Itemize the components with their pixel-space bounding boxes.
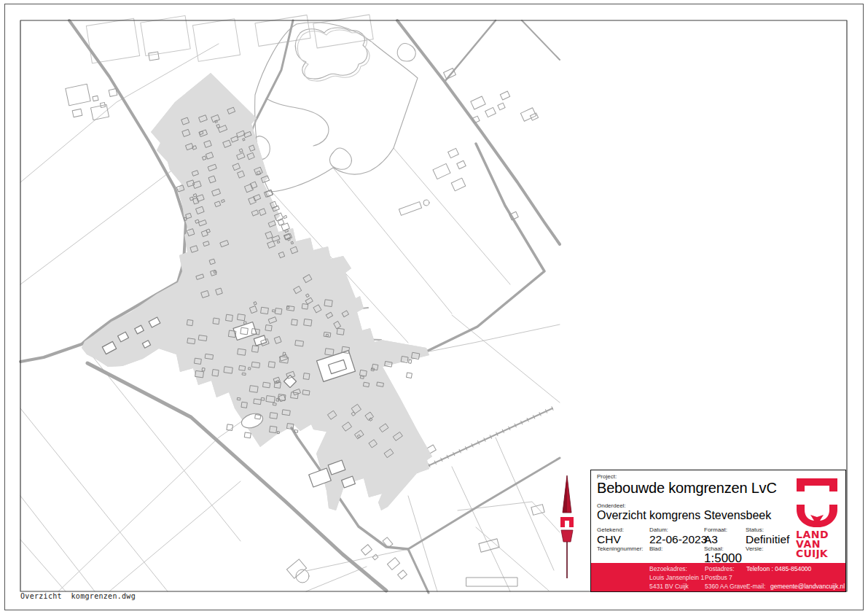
logo-bracket-bottom-icon: [797, 505, 837, 527]
logo-bracket-top-icon: [797, 478, 837, 491]
bezoekadres-label: Bezoekadres:: [649, 565, 687, 572]
formaat-value: A3: [704, 533, 718, 546]
land-van-cuijk-logo: LAND VAN CUIJK: [796, 477, 838, 559]
datum-label: Datum:: [649, 526, 668, 533]
email-value: gemeente@landvancuijk.nl: [770, 583, 845, 590]
blad-label: Blad:: [649, 545, 662, 552]
versie-label: Versie:: [746, 545, 763, 552]
datum-value: 22-06-2023: [649, 533, 707, 546]
pond-area: [251, 23, 418, 192]
tekeningnummer-label: Tekeningnummer:: [597, 545, 644, 552]
hedge-ticks: [416, 407, 553, 473]
postadres-line1: Postbus 7: [705, 574, 732, 581]
drawing-sheet: Project: Bebouwde komgrenzen LvC Onderde…: [0, 0, 868, 614]
title-block: Project: Bebouwde komgrenzen LvC Onderde…: [590, 470, 846, 592]
postadres-label: Postadres:: [705, 565, 735, 572]
formaat-label: Formaat:: [704, 526, 727, 533]
status-label: Status:: [746, 526, 764, 533]
status-value: Definitief: [746, 533, 789, 546]
bezoekadres-line2: 5431 BV Cuijk: [649, 583, 689, 590]
logo-word-cuijk: CUIJK: [796, 548, 829, 559]
kom-boundary: [82, 73, 432, 510]
telefoon-value: Telefoon : 0485-854000: [746, 565, 811, 572]
project-value: Bebouwde komgrenzen LvC: [597, 480, 777, 497]
project-label: Project:: [597, 473, 617, 480]
contact-bar: Bezoekadres: Louis Jansenplein 1 5431 BV…: [591, 563, 845, 591]
getekend-label: Getekend:: [597, 526, 624, 533]
onderdeel-label: Onderdeel:: [597, 502, 626, 509]
north-arrow-icon: [560, 475, 574, 578]
email-label: E-mail:: [746, 583, 765, 590]
bezoekadres-line1: Louis Jansenplein 1: [649, 574, 704, 581]
getekend-value: CHV: [597, 533, 621, 546]
postadres-line2: 5360 AA Grave: [705, 583, 746, 590]
onderdeel-value: Overzicht komgrens Stevensbeek: [597, 509, 771, 522]
drawing-filename: Overzicht komgrenzen.dwg: [20, 592, 136, 600]
